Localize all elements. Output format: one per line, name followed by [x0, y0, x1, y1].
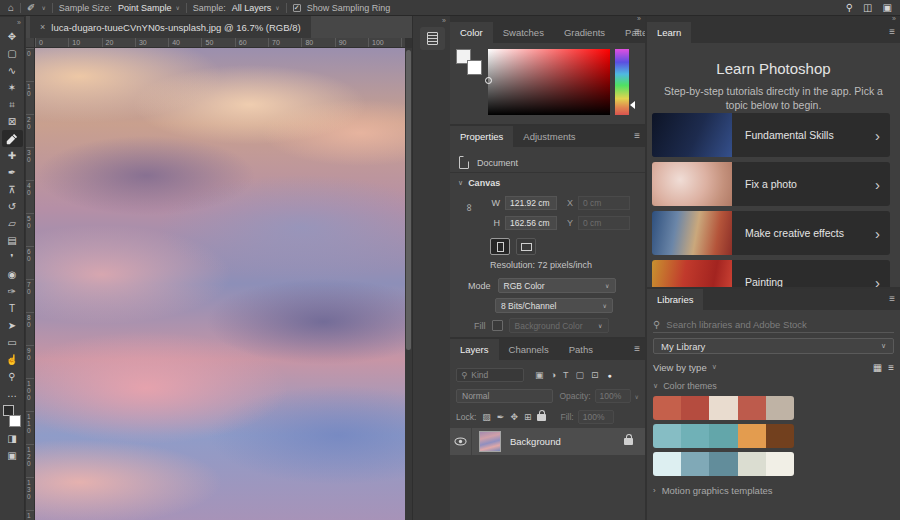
- clone-stamp-tool[interactable]: ⊼: [2, 181, 23, 198]
- view-by-type-label[interactable]: View by type: [653, 362, 707, 373]
- blur-tool[interactable]: ❜: [2, 249, 23, 266]
- foreground-background-swatches[interactable]: [2, 405, 22, 427]
- filter-shape-layers-icon[interactable]: ▢: [575, 370, 584, 380]
- orientation-landscape-button[interactable]: [516, 238, 536, 255]
- canvas-scrollbar[interactable]: [405, 48, 412, 520]
- history-brush-tool[interactable]: ↺: [2, 198, 23, 215]
- x-field[interactable]: 0 cm: [578, 196, 630, 210]
- lock-artboard-icon[interactable]: ⊞: [524, 412, 532, 422]
- shape-tool[interactable]: ▭: [2, 334, 23, 351]
- opacity-field[interactable]: 100%: [595, 389, 631, 403]
- color-theme-swatch[interactable]: [681, 424, 709, 448]
- tab-properties[interactable]: Properties: [450, 126, 513, 147]
- width-field[interactable]: 121.92 cm: [505, 196, 557, 210]
- document-tab[interactable]: × luca-dugaro-tuueCVnYN0s-unsplash.jpg @…: [30, 16, 311, 38]
- lock-pixels-icon[interactable]: ✒: [497, 412, 505, 422]
- color-theme-row[interactable]: [653, 452, 794, 476]
- path-selection-tool[interactable]: ➤: [2, 317, 23, 334]
- toolbar-collapse-icon[interactable]: »: [17, 19, 21, 26]
- document-row[interactable]: Document: [450, 153, 645, 173]
- color-theme-swatch[interactable]: [681, 452, 709, 476]
- frame-tool[interactable]: ⊠: [2, 113, 23, 130]
- hand-tool[interactable]: ☝: [2, 351, 23, 368]
- motion-graphics-header[interactable]: › Motion graphics templates: [653, 485, 773, 496]
- fill-checkbox[interactable]: [492, 320, 503, 331]
- list-view-icon[interactable]: ≡: [888, 362, 894, 373]
- screen-mode-button[interactable]: ▣: [2, 447, 23, 464]
- color-theme-swatch[interactable]: [653, 396, 681, 420]
- collapsed-history-panel-button[interactable]: [420, 27, 445, 50]
- color-theme-swatch[interactable]: [709, 452, 737, 476]
- hue-slider[interactable]: [615, 49, 629, 115]
- filter-toggle-icon[interactable]: ●: [608, 372, 612, 379]
- learn-card-make-creative-effects[interactable]: Make creative effects›: [652, 211, 890, 255]
- learn-card-fix-a-photo[interactable]: Fix a photo›: [652, 162, 890, 206]
- lasso-tool[interactable]: ∿: [2, 62, 23, 79]
- tab-patterns[interactable]: Patterns: [615, 22, 645, 43]
- search-icon[interactable]: ⚲: [846, 2, 853, 13]
- orientation-portrait-button[interactable]: [490, 238, 510, 255]
- panel-menu-icon[interactable]: ≡: [634, 130, 640, 141]
- color-theme-swatch[interactable]: [709, 396, 737, 420]
- eyedropper-tool[interactable]: [2, 130, 23, 147]
- panel-menu-icon[interactable]: ≡: [634, 343, 640, 354]
- type-tool[interactable]: T: [2, 300, 23, 317]
- library-select[interactable]: My Library ∨: [653, 338, 894, 354]
- color-theme-swatch[interactable]: [653, 452, 681, 476]
- color-theme-swatch[interactable]: [738, 452, 766, 476]
- tab-adjustments[interactable]: Adjustments: [513, 126, 585, 147]
- scrollbar-thumb[interactable]: [406, 50, 411, 350]
- layer-thumbnail[interactable]: [479, 431, 501, 452]
- layer-lock-icon[interactable]: [624, 438, 633, 445]
- eyedropper-tool-icon[interactable]: ✐: [27, 2, 35, 13]
- fill-field[interactable]: 100%: [578, 410, 614, 424]
- color-theme-swatch[interactable]: [681, 396, 709, 420]
- sample-select[interactable]: All Layers∨: [232, 3, 280, 13]
- blend-mode-select[interactable]: Normal: [456, 389, 553, 403]
- object-selection-tool[interactable]: ✶: [2, 79, 23, 96]
- learn-card-painting[interactable]: Painting›: [652, 260, 890, 287]
- height-field[interactable]: 162.56 cm: [505, 216, 557, 230]
- lock-all-icon[interactable]: [537, 414, 546, 421]
- tab-gradients[interactable]: Gradients: [554, 22, 615, 43]
- gradient-tool[interactable]: ▤: [2, 232, 23, 249]
- color-theme-swatch[interactable]: [766, 424, 794, 448]
- filter-type-layers-icon[interactable]: T: [563, 370, 569, 380]
- fill-color-select[interactable]: Background Color ∨: [509, 318, 609, 333]
- color-mode-select[interactable]: RGB Color ∨: [498, 278, 616, 293]
- libraries-search-input[interactable]: ⚲ Search libraries and Adobe Stock: [653, 317, 894, 333]
- color-theme-row[interactable]: [653, 396, 794, 420]
- bit-depth-select[interactable]: 8 Bits/Channel ∨: [495, 298, 613, 313]
- move-tool[interactable]: ✥: [2, 28, 23, 45]
- background-color-swatch[interactable]: [467, 60, 482, 75]
- tab-paths[interactable]: Paths: [559, 339, 603, 360]
- panel-menu-icon[interactable]: ≡: [889, 26, 895, 37]
- color-field[interactable]: [488, 49, 610, 115]
- layer-row-background[interactable]: Background: [450, 428, 645, 455]
- color-theme-row[interactable]: [653, 424, 794, 448]
- color-theme-swatch[interactable]: [738, 396, 766, 420]
- color-theme-swatch[interactable]: [738, 424, 766, 448]
- show-sampling-ring-checkbox[interactable]: ✓: [293, 4, 301, 12]
- color-theme-swatch[interactable]: [709, 424, 737, 448]
- brush-tool[interactable]: ✒: [2, 164, 23, 181]
- color-theme-swatch[interactable]: [766, 452, 794, 476]
- toolbar-ellipsis[interactable]: …: [2, 385, 23, 402]
- grid-view-icon[interactable]: ▦: [873, 362, 882, 373]
- panel-collapse-icon[interactable]: »: [442, 17, 446, 24]
- layer-visibility-toggle[interactable]: [450, 428, 472, 455]
- color-field-marker[interactable]: [485, 77, 492, 84]
- lock-position-icon[interactable]: ✥: [510, 412, 518, 422]
- dodge-tool[interactable]: ◉: [2, 266, 23, 283]
- arrange-documents-icon[interactable]: ◫: [863, 2, 872, 13]
- lock-transparency-icon[interactable]: ▨: [482, 412, 491, 422]
- pen-tool[interactable]: ✑: [2, 283, 23, 300]
- workspace-icon[interactable]: ▣: [883, 2, 892, 13]
- sample-size-select[interactable]: Point Sample∨: [118, 3, 180, 13]
- tab-color[interactable]: Color: [450, 22, 493, 43]
- home-icon[interactable]: ⌂: [8, 2, 14, 13]
- color-theme-swatch[interactable]: [653, 424, 681, 448]
- color-theme-swatch[interactable]: [766, 396, 794, 420]
- panel-menu-icon[interactable]: ≡: [889, 293, 895, 304]
- filter-pixel-layers-icon[interactable]: ▣: [535, 370, 544, 380]
